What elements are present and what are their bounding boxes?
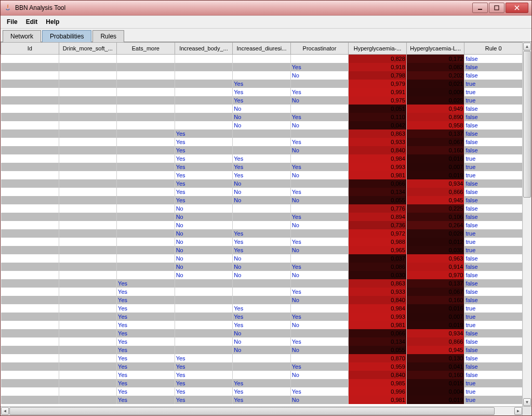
table-cell: [1, 238, 59, 246]
table-cell: [1, 96, 59, 105]
table-cell: true: [464, 313, 523, 321]
table-row[interactable]: 0,8280,172false: [1, 55, 523, 63]
table-row[interactable]: YesYes0,9840,016true: [1, 304, 523, 313]
table-cell: [59, 254, 117, 263]
table-cell: No: [233, 263, 291, 271]
table-row[interactable]: No0,7980,202false: [1, 71, 523, 80]
horizontal-scroll-thumb[interactable]: [9, 407, 495, 415]
table-cell: false: [464, 146, 523, 154]
table-row[interactable]: YesYes0,8700,130false: [1, 354, 523, 362]
table-cell: true: [464, 246, 523, 254]
table-row[interactable]: NoYesYes0,9880,012true: [1, 238, 523, 246]
table-cell: 0,890: [406, 113, 464, 121]
table-row[interactable]: YesNo0,9750,025true: [1, 96, 523, 105]
menu-file[interactable]: File: [3, 17, 22, 27]
table-row[interactable]: Yes0,8630,137false: [1, 129, 523, 138]
table-row[interactable]: YesNo0,0660,934false: [1, 179, 523, 188]
table-row[interactable]: Yes0,8630,137false: [1, 279, 523, 288]
table-row[interactable]: YesNoNo0,0550,945false: [1, 346, 523, 354]
column-header[interactable]: Procastinator: [290, 43, 349, 55]
table-cell: 0,041: [406, 362, 464, 371]
table-row[interactable]: YesYes0,9910,009true: [1, 88, 523, 96]
minimize-button[interactable]: [472, 3, 488, 13]
tab-network[interactable]: Network: [3, 30, 41, 42]
tab-probabilities[interactable]: Probabilities: [42, 30, 91, 42]
table-row[interactable]: NoYes0,1100,890false: [1, 113, 523, 121]
menu-help[interactable]: Help: [42, 17, 63, 27]
table-cell: Yes: [233, 396, 291, 404]
scroll-up-icon[interactable]: ▲: [523, 43, 531, 50]
table-row[interactable]: YesYesYesNo0,9810,019true: [1, 396, 523, 404]
column-header[interactable]: Hyperglycaemia-L...: [406, 43, 464, 55]
table-cell: [1, 113, 59, 121]
table-row[interactable]: YesNo0,8400,160false: [1, 296, 523, 304]
vertical-scrollbar[interactable]: ▲ ▼: [522, 42, 531, 407]
column-header[interactable]: Drink_more_soft_...: [59, 43, 117, 55]
table-cell: [59, 163, 117, 171]
maximize-button[interactable]: [489, 3, 504, 13]
table-row[interactable]: YesNoYes0,1340,866false: [1, 337, 523, 346]
table-cell: [1, 221, 59, 229]
table-row[interactable]: YesNo0,8400,160false: [1, 146, 523, 154]
probability-table[interactable]: IdDrink_more_soft_...Eats_moreIncreased_…: [1, 42, 523, 404]
table-row[interactable]: YesYesYes0,9930,007true: [1, 313, 523, 321]
vertical-scroll-thumb[interactable]: [523, 51, 531, 198]
tab-rules[interactable]: Rules: [92, 30, 124, 42]
table-cell: 0,160: [406, 296, 464, 304]
table-cell: [59, 313, 117, 321]
table-cell: [117, 96, 175, 105]
table-row[interactable]: YesYesYes0,9850,015true: [1, 379, 523, 387]
table-cell: false: [464, 362, 523, 371]
column-header[interactable]: Increased_diuresi...: [233, 43, 291, 55]
table-row[interactable]: Yes0,9180,082false: [1, 63, 523, 71]
table-row[interactable]: NoNo0,0370,963false: [1, 254, 523, 263]
table-row[interactable]: YesNoNo0,0550,945false: [1, 196, 523, 204]
table-row[interactable]: YesYes0,9840,016true: [1, 154, 523, 163]
table-row[interactable]: NoYesNo0,9650,035true: [1, 246, 523, 254]
close-button[interactable]: [506, 3, 528, 13]
column-header[interactable]: Id: [1, 43, 59, 55]
table-row[interactable]: YesYesYes0,9930,007true: [1, 163, 523, 171]
table-row[interactable]: NoNo0,0420,958false: [1, 121, 523, 129]
table-row[interactable]: NoNoYes0,0860,914false: [1, 263, 523, 271]
table-row[interactable]: NoYes0,8940,106false: [1, 213, 523, 221]
table-cell: 0,984: [349, 304, 407, 313]
table-row[interactable]: NoNo0,7360,264false: [1, 221, 523, 229]
table-cell: [233, 146, 291, 154]
table-row[interactable]: No0,7760,225false: [1, 204, 523, 213]
table-cell: Yes: [175, 396, 233, 404]
menu-edit[interactable]: Edit: [22, 17, 42, 27]
table-row[interactable]: YesNo0,0660,934false: [1, 329, 523, 337]
table-row[interactable]: YesYesNo0,9810,019true: [1, 321, 523, 329]
column-header[interactable]: Increased_body_...: [175, 43, 233, 55]
table-row[interactable]: YesYes0,9330,067false: [1, 138, 523, 146]
table-cell: 0,949: [406, 105, 464, 113]
scroll-down-icon[interactable]: ▼: [523, 398, 531, 406]
table-row[interactable]: Yes0,9790,021true: [1, 80, 523, 88]
table-cell: [59, 213, 117, 221]
table-row[interactable]: YesYesYesYes0,9960,004true: [1, 387, 523, 396]
table-row[interactable]: YesNoYes0,1340,866false: [1, 188, 523, 196]
table-row[interactable]: NoNoNo0,0300,970false: [1, 271, 523, 279]
column-header[interactable]: Rule 0: [464, 43, 523, 55]
table-cell: No: [290, 96, 349, 105]
table-row[interactable]: YesYesNo0,9810,019true: [1, 171, 523, 179]
table-row[interactable]: YesYesYes0,9590,041false: [1, 362, 523, 371]
table-cell: true: [464, 96, 523, 105]
table-cell: false: [464, 113, 523, 121]
table-row[interactable]: YesYes0,9330,067false: [1, 288, 523, 296]
column-header[interactable]: Hyperglycaemia-...: [349, 43, 407, 55]
table-cell: [1, 329, 59, 337]
scroll-right-icon[interactable]: ►: [514, 407, 522, 415]
horizontal-scrollbar[interactable]: ◄ ►: [1, 406, 523, 415]
table-cell: [59, 271, 117, 279]
table-row[interactable]: YesYesNo0,8400,160false: [1, 371, 523, 379]
table-row[interactable]: NoYes0,9720,028true: [1, 229, 523, 238]
title-bar[interactable]: BBN Analysis Tool: [1, 1, 531, 16]
scroll-left-icon[interactable]: ◄: [1, 407, 9, 415]
table-cell: 0,993: [349, 163, 407, 171]
table-cell: 0,975: [349, 96, 407, 105]
column-header[interactable]: Eats_more: [117, 43, 175, 55]
table-row[interactable]: No0,0510,949false: [1, 105, 523, 113]
table-cell: [175, 329, 233, 337]
